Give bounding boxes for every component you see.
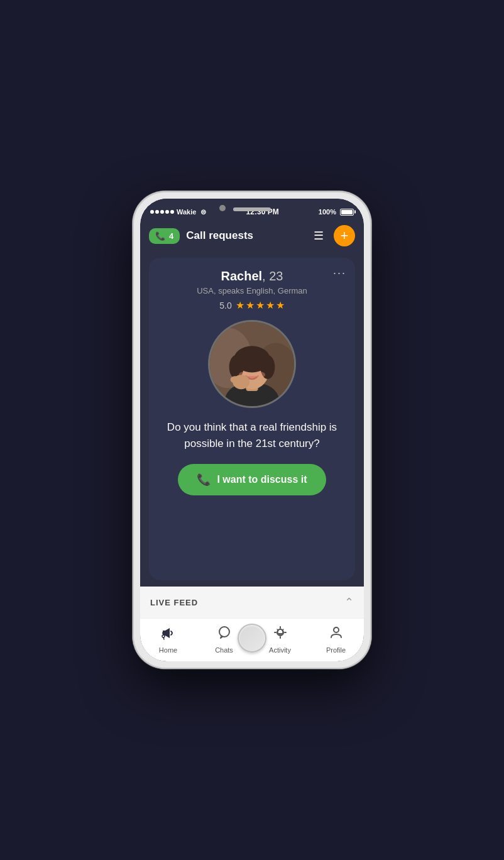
status-left: Wakie ⊜: [150, 208, 206, 216]
star-1: ★: [236, 299, 244, 311]
svg-point-13: [231, 376, 240, 383]
chats-label: Chats: [215, 646, 233, 654]
phone-device: Wakie ⊜ 12:30 PM 100% 📞 4 Call requests: [133, 191, 371, 669]
discussion-question: Do you think that a real friendship is p…: [159, 419, 345, 451]
signal-strength: [150, 210, 174, 214]
signal-dot-1: [150, 210, 154, 214]
activity-label: Activity: [269, 646, 291, 654]
add-button[interactable]: +: [334, 225, 355, 246]
nav-item-home[interactable]: Home: [140, 626, 196, 654]
user-age-text: , 23: [262, 269, 283, 283]
profile-card: ··· Rachel, 23 USA, speaks English, Germ…: [149, 258, 355, 580]
wifi-icon: ⊜: [200, 208, 206, 216]
signal-dot-3: [160, 210, 164, 214]
signal-dot-5: [170, 210, 174, 214]
screen: Wakie ⊜ 12:30 PM 100% 📞 4 Call requests: [140, 199, 364, 661]
signal-dot-2: [155, 210, 159, 214]
user-name-text: Rachel: [221, 269, 263, 283]
rating-row: 5.0 ★ ★ ★ ★ ★: [219, 299, 284, 311]
filter-icon[interactable]: ☰: [314, 229, 324, 243]
nav-item-profile[interactable]: Profile: [308, 625, 364, 654]
phone-call-icon: 📞: [197, 473, 211, 487]
call-badge-count: 4: [169, 231, 173, 241]
speaker: [233, 207, 271, 211]
star-3: ★: [256, 299, 265, 311]
profile-label: Profile: [326, 646, 346, 654]
profile-icon: [329, 625, 344, 644]
avatar-image: [210, 322, 294, 406]
svg-point-17: [334, 627, 339, 632]
carrier-name: Wakie: [177, 208, 196, 216]
svg-point-15: [219, 627, 229, 637]
main-content: ··· Rachel, 23 USA, speaks English, Germ…: [140, 251, 364, 587]
call-requests-badge[interactable]: 📞 4: [149, 228, 180, 244]
phone-inner: Wakie ⊜ 12:30 PM 100% 📞 4 Call requests: [140, 199, 364, 661]
live-feed-label: LIVE FEED: [150, 598, 198, 607]
header-bar: 📞 4 Call requests ☰ +: [140, 220, 364, 251]
chevron-up-icon: ⌃: [344, 595, 354, 609]
rating-value: 5.0: [219, 300, 231, 311]
chats-icon: [217, 625, 232, 644]
stars-display: ★ ★ ★ ★ ★: [236, 299, 285, 311]
activity-icon: [273, 625, 288, 644]
svg-point-11: [256, 372, 265, 378]
front-camera: [219, 205, 226, 211]
live-feed-bar[interactable]: LIVE FEED ⌃: [140, 587, 364, 618]
home-button[interactable]: [238, 624, 266, 653]
star-2: ★: [246, 299, 255, 311]
discuss-button[interactable]: 📞 I want to discuss it: [178, 464, 327, 495]
home-label: Home: [159, 646, 177, 654]
phone-icon: 📞: [155, 231, 165, 241]
battery-percent: 100%: [319, 208, 336, 216]
home-icon: [161, 626, 176, 644]
user-name-display: Rachel, 23: [221, 269, 283, 284]
battery-fill: [341, 210, 353, 214]
star-5: ★: [276, 299, 285, 311]
user-avatar: [208, 320, 296, 408]
signal-dot-4: [165, 210, 169, 214]
user-details-text: USA, speaks English, German: [197, 286, 307, 295]
star-4: ★: [266, 299, 275, 311]
battery-icon: [340, 209, 354, 216]
header-title: Call requests: [186, 229, 307, 242]
discuss-button-label: I want to discuss it: [217, 474, 307, 485]
more-options-button[interactable]: ···: [333, 267, 346, 280]
status-right: 100%: [319, 208, 354, 216]
